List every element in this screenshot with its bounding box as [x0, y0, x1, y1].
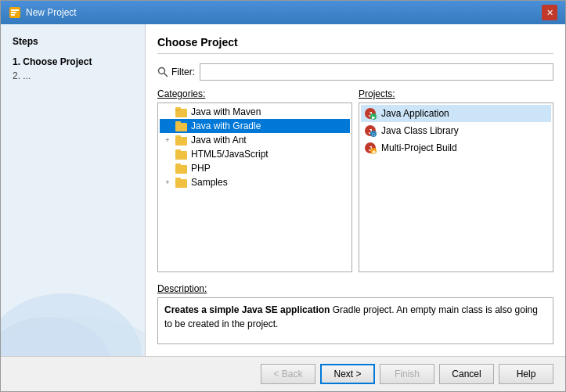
- ant-label: Java with Ant: [191, 135, 247, 146]
- finish-button[interactable]: Finish: [380, 364, 434, 384]
- svg-rect-21: [175, 178, 181, 180]
- sidebar: Steps 1. Choose Project 2. ...: [1, 24, 146, 356]
- maven-label: Java with Maven: [191, 106, 261, 117]
- back-button[interactable]: < Back: [261, 364, 315, 384]
- projects-panel: Projects: J ▶: [359, 88, 553, 272]
- step-2-label: ...: [23, 70, 31, 81]
- svg-rect-11: [175, 107, 181, 110]
- window-title: New Project: [26, 7, 77, 18]
- step-2-number: 2.: [13, 70, 20, 81]
- svg-rect-2: [11, 12, 16, 13]
- svg-rect-14: [175, 137, 187, 146]
- samples-folder-icon: [175, 177, 188, 188]
- description-section: Description: Creates a simple Java SE ap…: [157, 283, 553, 344]
- html5-folder-icon: [175, 149, 188, 160]
- java-app-label: Java Application: [381, 108, 449, 119]
- description-box: Creates a simple Java SE application Gra…: [157, 297, 553, 344]
- multi-label: Multi-Project Build: [381, 142, 457, 153]
- project-java-app[interactable]: J ▶ Java Application: [361, 105, 551, 122]
- category-php[interactable]: PHP: [160, 161, 350, 175]
- panel-title: Choose Project: [157, 36, 553, 54]
- svg-rect-13: [175, 121, 181, 124]
- categories-panel: Categories:: [157, 88, 352, 272]
- php-label: PHP: [191, 163, 211, 174]
- help-button[interactable]: Help: [499, 364, 553, 384]
- svg-text:▶: ▶: [372, 115, 376, 120]
- svg-rect-18: [175, 165, 187, 174]
- category-ant[interactable]: + Java with Ant: [160, 133, 350, 147]
- gradle-label: Java with Gradle: [191, 120, 261, 131]
- category-html5[interactable]: HTML5/JavaScript: [160, 147, 350, 161]
- java-lib-label: Java Class Library: [381, 125, 459, 136]
- ant-expander: +: [163, 135, 172, 145]
- description-label: Description:: [157, 283, 553, 294]
- maven-folder-icon: [175, 106, 188, 117]
- svg-rect-3: [11, 14, 15, 16]
- projects-list: J ▶ Java Application: [359, 102, 553, 272]
- ant-folder-icon: [175, 135, 188, 146]
- project-java-lib[interactable]: J □ Java Class Library: [361, 122, 551, 139]
- projects-label: Projects:: [359, 88, 553, 99]
- svg-rect-20: [175, 179, 187, 188]
- categories-label: Categories:: [157, 88, 352, 99]
- title-bar-left: New Project: [9, 6, 77, 19]
- html5-expander: [163, 149, 172, 159]
- svg-point-7: [159, 68, 165, 74]
- svg-rect-19: [175, 164, 181, 166]
- project-multi[interactable]: J ◉ Multi-Project Build: [361, 139, 551, 156]
- svg-rect-1: [11, 9, 19, 11]
- sidebar-decoration: [1, 215, 145, 356]
- content-area: Steps 1. Choose Project 2. ... Choose Pr…: [1, 24, 565, 356]
- filter-text: Filter:: [171, 67, 195, 77]
- category-samples[interactable]: + Samples: [160, 175, 350, 189]
- svg-rect-16: [175, 151, 187, 160]
- samples-expander: +: [163, 178, 172, 187]
- footer: < Back Next > Finish Cancel Help: [1, 356, 565, 391]
- java-lib-icon: J □: [364, 124, 377, 137]
- filter-label: Filter:: [157, 67, 195, 77]
- new-project-dialog: New Project ✕ Steps 1. Choose Project 2.…: [0, 0, 566, 392]
- step-1-number: 1.: [13, 56, 20, 67]
- gradle-folder-icon: [175, 120, 188, 131]
- title-bar: New Project ✕: [1, 1, 565, 24]
- step-1-label: Choose Project: [23, 56, 92, 67]
- steps-title: Steps: [13, 36, 133, 47]
- panels-row: Categories:: [157, 88, 553, 272]
- category-gradle[interactable]: Java with Gradle: [160, 119, 350, 133]
- search-icon: [157, 67, 168, 77]
- app-icon: [9, 6, 21, 19]
- gradle-expander: [163, 121, 172, 131]
- svg-rect-12: [175, 123, 187, 131]
- svg-line-8: [164, 74, 168, 77]
- close-button[interactable]: ✕: [542, 5, 557, 20]
- step-2: 2. ...: [13, 70, 133, 81]
- category-maven[interactable]: Java with Maven: [160, 105, 350, 119]
- php-expander: [163, 164, 172, 173]
- cancel-button[interactable]: Cancel: [439, 364, 494, 384]
- php-folder-icon: [175, 163, 188, 174]
- svg-text:◉: ◉: [372, 149, 376, 154]
- categories-list: Java with Maven Java with Gra: [157, 102, 352, 272]
- svg-rect-17: [175, 149, 181, 152]
- step-1: 1. Choose Project: [13, 56, 133, 67]
- multi-icon: J ◉: [364, 142, 377, 154]
- samples-label: Samples: [191, 177, 228, 188]
- svg-rect-15: [175, 135, 181, 138]
- filter-row: Filter:: [157, 63, 553, 81]
- html5-label: HTML5/JavaScript: [191, 149, 269, 160]
- java-app-icon: J ▶: [364, 107, 377, 120]
- next-button[interactable]: Next >: [320, 364, 375, 384]
- main-panel: Choose Project Filter: Categories:: [146, 24, 565, 356]
- maven-expander: [163, 107, 172, 117]
- svg-text:□: □: [372, 132, 375, 137]
- filter-input[interactable]: [200, 63, 553, 81]
